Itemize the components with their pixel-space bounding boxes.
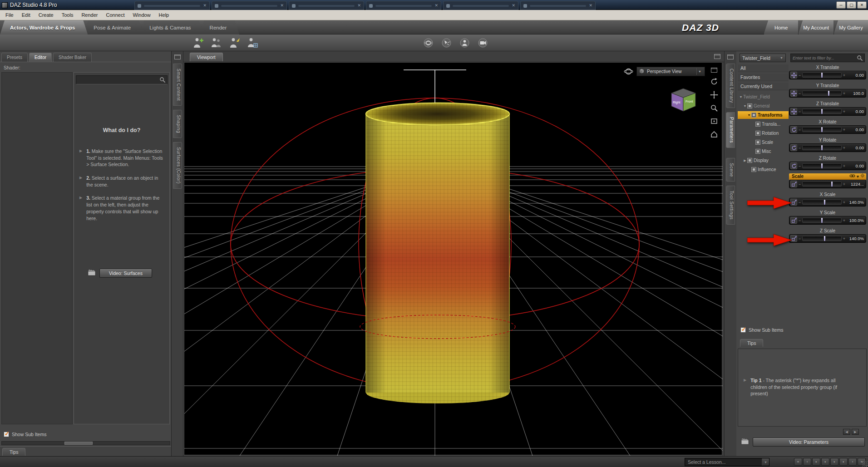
tab-close-icon[interactable]: ✕: [203, 4, 207, 8]
tree-node-misc[interactable]: Misc: [738, 147, 789, 155]
param-value[interactable]: 0.00: [847, 145, 865, 150]
slider-track[interactable]: [802, 218, 842, 223]
nav-my-gallery[interactable]: My Gallery: [833, 20, 868, 34]
maximize-button[interactable]: ▢: [847, 1, 856, 9]
param-slider-y-rotate[interactable]: −+0.00: [789, 143, 866, 152]
new-camera-icon[interactable]: [476, 36, 490, 49]
link-icon[interactable]: [849, 173, 855, 180]
param-slider-y-scale[interactable]: −+100.0%: [789, 216, 866, 225]
pager-button[interactable]: «: [794, 458, 802, 466]
slider-track[interactable]: [802, 182, 842, 187]
camera-orbit-icon[interactable]: [624, 67, 633, 76]
fit-figure-icon[interactable]: [245, 36, 259, 49]
home-view-icon[interactable]: [710, 130, 719, 139]
tab-close-icon[interactable]: ✕: [434, 4, 438, 8]
param-slider-x-translate[interactable]: −+0.00: [789, 71, 866, 79]
pose-figure-icon[interactable]: [227, 36, 241, 49]
menu-create[interactable]: Create: [35, 11, 58, 19]
tree-node-transla[interactable]: Transla...: [738, 120, 789, 128]
param-value[interactable]: 0.00: [847, 163, 865, 168]
new-spotlight-icon[interactable]: [439, 36, 454, 49]
decrement-button[interactable]: −: [798, 91, 801, 96]
dock-tab-content-library[interactable]: Content Library: [726, 64, 735, 108]
param-value[interactable]: 140.0%: [847, 200, 865, 205]
activity-tab-actors-wardrobe-props[interactable]: Actors, Wardrobe & Props: [0, 20, 88, 34]
slider-track[interactable]: [802, 91, 842, 96]
nav-my-account[interactable]: My Account: [798, 20, 833, 34]
lesson-selector-dropdown[interactable]: Select a Lesson... ▼: [685, 458, 769, 466]
param-slider-x-scale[interactable]: −+140.0%: [789, 198, 866, 206]
increment-button[interactable]: +: [843, 218, 846, 223]
decrement-button[interactable]: −: [798, 182, 801, 187]
param-value[interactable]: 100.0%: [847, 218, 865, 223]
pager-button[interactable]: ▪: [821, 458, 829, 466]
decrement-button[interactable]: −: [798, 164, 801, 168]
window-resize-grip[interactable]: [862, 461, 868, 467]
slider-handle[interactable]: [828, 90, 830, 96]
scrollbar-thumb[interactable]: [64, 442, 93, 445]
slider-track[interactable]: [802, 127, 842, 132]
slider-track[interactable]: [802, 109, 842, 114]
pager-button[interactable]: ▪: [812, 458, 820, 466]
pan-move-icon[interactable]: [710, 90, 719, 99]
slider-track[interactable]: [802, 145, 842, 150]
decrement-button[interactable]: −: [798, 236, 801, 241]
gear-icon[interactable]: [860, 173, 865, 180]
slider-track[interactable]: [802, 163, 842, 168]
dock-tab-surfaces-color[interactable]: Surfaces (Color): [173, 142, 182, 189]
activity-tab-lights-cameras[interactable]: Lights & Cameras: [139, 20, 203, 34]
material-group-list[interactable]: [1, 72, 73, 424]
zoom-icon[interactable]: [710, 103, 719, 113]
decrement-button[interactable]: −: [798, 218, 801, 223]
add-group-icon[interactable]: [209, 36, 223, 49]
show-sub-items-checkbox[interactable]: [4, 432, 9, 437]
parameter-filter-input[interactable]: [791, 55, 857, 60]
video-surfaces-button[interactable]: Video: Surfaces: [99, 269, 152, 278]
slider-handle[interactable]: [821, 127, 823, 133]
param-value[interactable]: 0.00: [847, 127, 865, 132]
param-value[interactable]: 0.00: [847, 109, 865, 114]
pager-button[interactable]: ▪: [839, 458, 848, 466]
param-slider-z-scale[interactable]: −+140.0%: [789, 234, 866, 243]
tree-node-transforms[interactable]: ▼Transforms: [738, 111, 789, 119]
menu-file[interactable]: File: [1, 11, 18, 19]
param-value[interactable]: 1224...: [847, 182, 865, 187]
favorite-heart-icon[interactable]: ♥: [857, 175, 859, 179]
tree-node-display[interactable]: ▶Display: [738, 157, 789, 164]
surface-filter-input[interactable]: [76, 78, 159, 83]
activity-tab-render[interactable]: Render: [200, 20, 240, 34]
menu-tools[interactable]: Tools: [58, 11, 78, 19]
previous-tip-button[interactable]: ◀: [843, 429, 850, 435]
expanded-arrow-icon[interactable]: ▼: [747, 113, 751, 117]
filter-currently-used[interactable]: Currently Used: [738, 83, 789, 90]
surfaces-pane-tab-shader-baker[interactable]: Shader Baker: [53, 53, 92, 62]
horizontal-scrollbar[interactable]: [1, 441, 170, 445]
menu-render[interactable]: Render: [77, 11, 102, 19]
viewport-3d-scene[interactable]: [184, 63, 723, 456]
background-browser-tab[interactable]: ✕: [366, 1, 441, 10]
dock-tab-tool-settings[interactable]: Tool Settings: [726, 186, 735, 225]
tree-node-rotation[interactable]: Rotation: [738, 129, 789, 137]
tab-close-icon[interactable]: ✕: [512, 4, 515, 8]
surfaces-pane-tab-editor[interactable]: Editor: [29, 53, 52, 62]
minimize-button[interactable]: ─: [836, 1, 846, 9]
expanded-arrow-icon[interactable]: ▼: [739, 95, 743, 98]
decrement-button[interactable]: −: [798, 109, 801, 114]
filter-all[interactable]: All: [738, 64, 789, 72]
increment-button[interactable]: +: [843, 182, 846, 187]
node-selector-dropdown[interactable]: Twister_Field ▼: [740, 54, 786, 62]
decrement-button[interactable]: −: [798, 146, 801, 150]
nav-home[interactable]: Home: [764, 20, 798, 34]
slider-handle[interactable]: [824, 199, 826, 205]
background-browser-tab[interactable]: ✕: [134, 1, 210, 10]
new-figure-icon[interactable]: [458, 36, 472, 49]
slider-handle[interactable]: [824, 236, 826, 241]
tips-tab[interactable]: Tips: [740, 339, 763, 347]
increment-button[interactable]: +: [843, 109, 846, 114]
background-browser-tab[interactable]: ✕: [212, 1, 287, 10]
pager-button[interactable]: ›: [848, 458, 857, 466]
tab-close-icon[interactable]: ✕: [589, 4, 592, 8]
view-orientation-cube[interactable]: Right Front: [666, 87, 700, 115]
param-slider-scale[interactable]: −+1224...: [789, 180, 866, 188]
pager-button[interactable]: ▪: [830, 458, 838, 466]
